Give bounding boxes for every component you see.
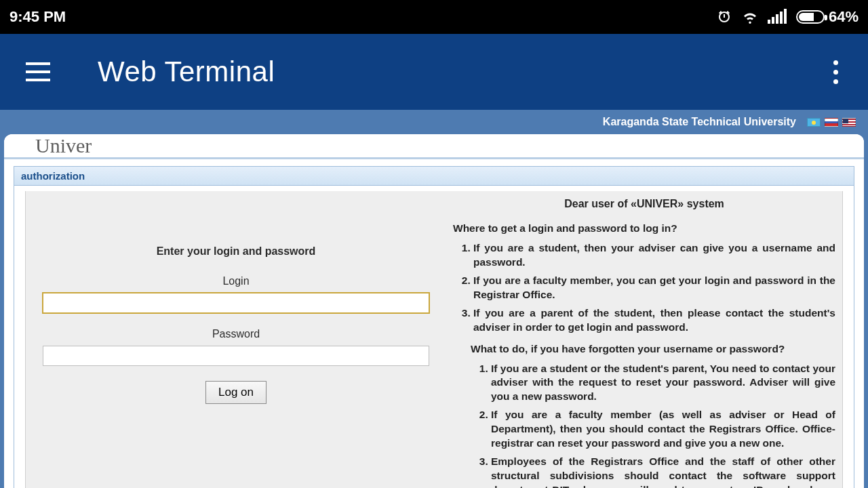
list-item: If you are a student, then your adviser … — [473, 241, 835, 270]
status-icons: 64% — [716, 8, 859, 26]
list-item: If you are a student or the student's pa… — [491, 362, 835, 405]
battery-icon — [796, 10, 825, 24]
info-list-2: If you are a student or the student's pa… — [453, 362, 835, 488]
brand-subbar — [4, 159, 864, 159]
info-column: Dear user of «UNIVER» system Where to ge… — [446, 191, 842, 488]
wifi-icon — [742, 9, 758, 25]
university-name: Karaganda State Technical University — [603, 116, 796, 128]
info-question-1: Where to get a login and password to log… — [453, 222, 835, 235]
brand-header: Univer — [4, 134, 864, 159]
language-flags — [807, 118, 856, 127]
battery-percent: 64% — [829, 8, 859, 26]
login-input[interactable] — [43, 293, 429, 313]
status-time: 9:45 PM — [9, 8, 66, 26]
cell-signal-icon — [768, 10, 787, 24]
android-status-bar: 9:45 PM 64% — [0, 0, 868, 34]
login-prompt: Enter your login and password — [37, 245, 435, 258]
login-label: Login — [37, 275, 435, 287]
list-item: Employees of the Registrars Office and t… — [491, 455, 835, 488]
menu-icon[interactable] — [26, 62, 50, 81]
password-input[interactable] — [43, 346, 429, 366]
page-body: Karaganda State Technical University Uni… — [0, 110, 868, 488]
password-label: Password — [37, 328, 435, 340]
info-list-1: If you are a student, then your adviser … — [453, 241, 835, 335]
info-greeting: Dear user of «UNIVER» system — [453, 198, 835, 210]
app-bar: Web Terminal — [0, 34, 868, 110]
info-question-2: What to do, if you have forgotten your u… — [471, 343, 835, 355]
flag-kz-icon[interactable] — [807, 118, 821, 127]
logon-button[interactable]: Log on — [205, 381, 267, 404]
list-item: If you are a faculty member (as well as … — [491, 408, 835, 451]
flag-ru-icon[interactable] — [825, 118, 838, 127]
flag-us-icon[interactable] — [842, 118, 856, 127]
panel-title: authorization — [14, 166, 854, 186]
battery-indicator: 64% — [796, 8, 859, 26]
login-form: Enter your login and password Login Pass… — [26, 191, 446, 488]
auth-panel: authorization Enter your login and passw… — [14, 166, 854, 488]
content-card: Univer authorization Enter your login an… — [4, 134, 864, 488]
university-bar: Karaganda State Technical University — [0, 110, 868, 134]
list-item: If you are a parent of the student, then… — [473, 306, 835, 335]
app-title: Web Terminal — [98, 56, 275, 88]
overflow-menu-icon[interactable] — [831, 58, 841, 87]
alarm-icon — [716, 9, 732, 25]
list-item: If you are a faculty member, you can get… — [473, 274, 835, 302]
